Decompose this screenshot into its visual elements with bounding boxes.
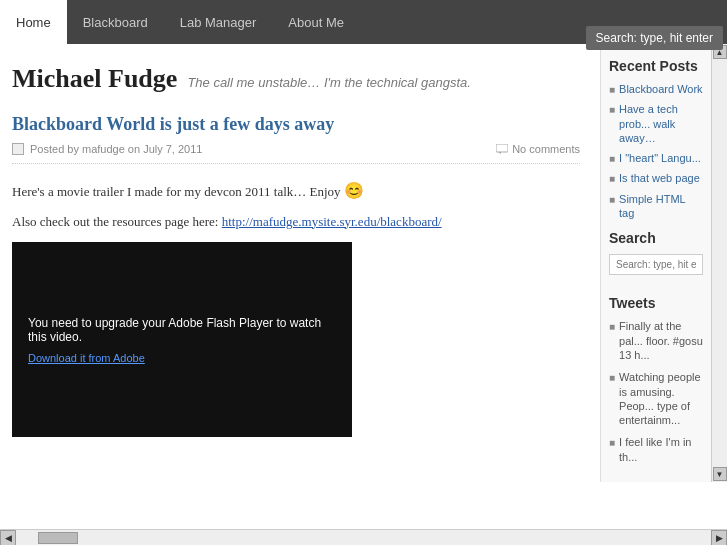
comment-icon [496,144,508,154]
post-icon [12,143,24,155]
bullet-icon: ■ [609,172,615,185]
list-item: ■ Blackboard Work [609,82,703,96]
tweet-1: Finally at the pal... floor. #gosu 13 h.… [619,319,703,362]
list-item: ■ Finally at the pal... floor. #gosu 13 … [609,319,703,362]
search-title: Search [609,230,703,246]
post: Blackboard World is just a few days away… [12,114,580,437]
tweets-section: ■ Finally at the pal... floor. #gosu 13 … [609,319,703,464]
post-title-link[interactable]: Blackboard World is just a few days away [12,114,334,134]
comment-section: No comments [496,143,580,155]
list-item: ■ I feel like I'm in th... [609,435,703,464]
body-line1: Here's a movie trailer I made for my dev… [12,178,580,204]
content-area: Michael Fudge The call me unstable… I'm … [0,44,601,482]
flash-upgrade-text: You need to upgrade your Adobe Flash Pla… [28,316,336,344]
tweet-3: I feel like I'm in th... [619,435,703,464]
recent-post-3[interactable]: I "heart" Langu... [619,151,701,165]
svg-marker-1 [498,152,501,154]
right-scrollbar: ▲ ▼ [711,44,727,482]
nav-about-me[interactable]: About Me [272,0,360,44]
bullet-icon: ■ [609,320,615,333]
body-line2: Also check out the resources page here: … [12,212,580,233]
post-title: Blackboard World is just a few days away [12,114,580,135]
emoji: 😊 [344,182,364,199]
content-sidebar-row: Michael Fudge The call me unstable… I'm … [0,44,727,482]
resources-link[interactable]: http://mafudge.mysite.syr.edu/blackboard… [222,214,442,229]
list-item: ■ Have a tech prob... walk away… [609,102,703,145]
bullet-icon: ■ [609,193,615,206]
nav-home[interactable]: Home [0,0,67,44]
bullet-icon: ■ [609,152,615,165]
tweets-title: Tweets [609,295,703,311]
recent-posts-title: Recent Posts [609,58,703,74]
search-input[interactable] [609,254,703,275]
tweet-2: Watching people is amusing. Peop... type… [619,370,703,427]
horizontal-scroll-track[interactable] [16,530,711,545]
site-tagline: The call me unstable… I'm the technical … [187,75,471,90]
recent-post-5[interactable]: Simple HTML tag [619,192,703,221]
bullet-icon: ■ [609,83,615,96]
list-item: ■ Simple HTML tag [609,192,703,221]
site-header: Michael Fudge The call me unstable… I'm … [12,64,580,94]
sidebar: Recent Posts ■ Blackboard Work ■ Have a … [601,44,711,482]
recent-posts-list: ■ Blackboard Work ■ Have a tech prob... … [609,82,703,220]
list-item: ■ Watching people is amusing. Peop... ty… [609,370,703,427]
post-body: Here's a movie trailer I made for my dev… [12,178,580,232]
bottom-scrollbar: ◀ ▶ [0,529,727,545]
bullet-icon: ■ [609,371,615,384]
list-item: ■ I "heart" Langu... [609,151,703,165]
page-wrapper: Home Blackboard Lab Manager About Me Sea… [0,0,727,545]
recent-post-2[interactable]: Have a tech prob... walk away… [619,102,703,145]
svg-rect-0 [496,144,508,152]
nav-lab-manager[interactable]: Lab Manager [164,0,273,44]
scroll-thumb [38,532,78,544]
recent-post-1[interactable]: Blackboard Work [619,82,703,96]
search-tooltip: Search: type, hit enter [586,26,723,50]
post-meta: Posted by mafudge on July 7, 2011 No com… [12,143,580,164]
nav-bar: Home Blackboard Lab Manager About Me Sea… [0,0,727,44]
list-item: ■ Is that web page [609,171,703,185]
nav-blackboard[interactable]: Blackboard [67,0,164,44]
recent-post-4[interactable]: Is that web page [619,171,700,185]
flash-download-link[interactable]: Download it from Adobe [28,352,336,364]
bullet-icon: ■ [609,103,615,116]
video-player: You need to upgrade your Adobe Flash Pla… [12,242,352,437]
scroll-down-button[interactable]: ▼ [713,467,727,481]
post-author-date: Posted by mafudge on July 7, 2011 [30,143,202,155]
site-title: Michael Fudge [12,64,177,94]
scroll-right-button[interactable]: ▶ [711,530,727,546]
scroll-left-button[interactable]: ◀ [0,530,16,546]
comment-count: No comments [512,143,580,155]
bullet-icon: ■ [609,436,615,449]
